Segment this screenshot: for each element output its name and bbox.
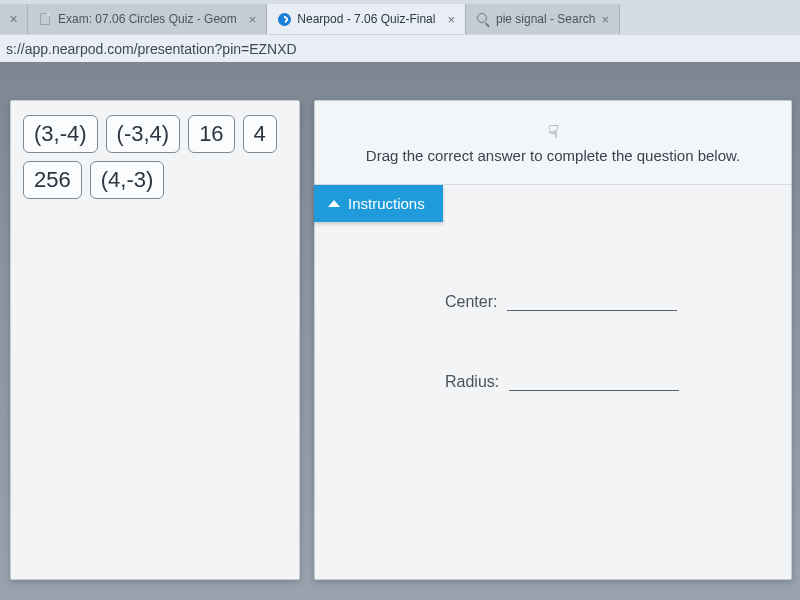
close-icon[interactable]: × [601, 13, 609, 26]
answer-tile[interactable]: (-3,4) [106, 115, 181, 153]
center-row: Center: [445, 291, 751, 311]
instructions-label: Instructions [348, 195, 425, 212]
answer-bank: (3,-4) (-3,4) 16 4 256 (4,-3) [10, 100, 300, 580]
tile-wrap: (3,-4) (-3,4) 16 4 256 (4,-3) [23, 115, 287, 199]
search-icon [476, 12, 490, 26]
nearpod-icon [277, 12, 291, 26]
radius-drop-target[interactable] [509, 371, 679, 391]
chevron-up-icon [328, 200, 340, 207]
answer-tile[interactable]: 16 [188, 115, 234, 153]
prompt-text: Drag the correct answer to complete the … [366, 147, 740, 164]
url-text: s://app.nearpod.com/presentation?pin=EZN… [6, 41, 297, 57]
question-panel: ☟ Drag the correct answer to complete th… [314, 100, 792, 580]
browser-chrome: × Exam: 07.06 Circles Quiz - Geom × Near… [0, 0, 800, 63]
answer-tile[interactable]: 4 [243, 115, 277, 153]
answer-tile[interactable]: (3,-4) [23, 115, 98, 153]
center-label: Center: [445, 293, 497, 311]
answer-area: Center: Radius: [445, 291, 751, 451]
hand-cursor-icon: ☟ [548, 121, 559, 143]
tab-title: Nearpod - 7.06 Quiz-Final [297, 12, 435, 26]
tab-nearpod[interactable]: Nearpod - 7.06 Quiz-Final × [267, 4, 466, 34]
close-icon[interactable]: × [249, 13, 257, 26]
tab-exam[interactable]: Exam: 07.06 Circles Quiz - Geom × [28, 4, 267, 34]
answer-tile[interactable]: (4,-3) [90, 161, 165, 199]
instructions-toggle[interactable]: Instructions [314, 185, 443, 222]
radius-label: Radius: [445, 373, 499, 391]
tab-search[interactable]: pie signal - Search × [466, 4, 620, 34]
app-frame: (3,-4) (-3,4) 16 4 256 (4,-3) ☟ Drag the… [0, 62, 800, 600]
page-icon [38, 12, 52, 26]
tab-close-leading[interactable]: × [0, 4, 28, 34]
tab-strip: × Exam: 07.06 Circles Quiz - Geom × Near… [0, 0, 800, 34]
tab-title: pie signal - Search [496, 12, 595, 26]
prompt-bar: ☟ Drag the correct answer to complete th… [315, 101, 791, 185]
address-bar[interactable]: s://app.nearpod.com/presentation?pin=EZN… [0, 34, 800, 62]
tab-title: Exam: 07.06 Circles Quiz - Geom [58, 12, 237, 26]
answer-tile[interactable]: 256 [23, 161, 82, 199]
close-icon[interactable]: × [447, 13, 455, 26]
panel-row: (3,-4) (-3,4) 16 4 256 (4,-3) ☟ Drag the… [10, 100, 792, 580]
center-drop-target[interactable] [507, 291, 677, 311]
radius-row: Radius: [445, 371, 751, 391]
